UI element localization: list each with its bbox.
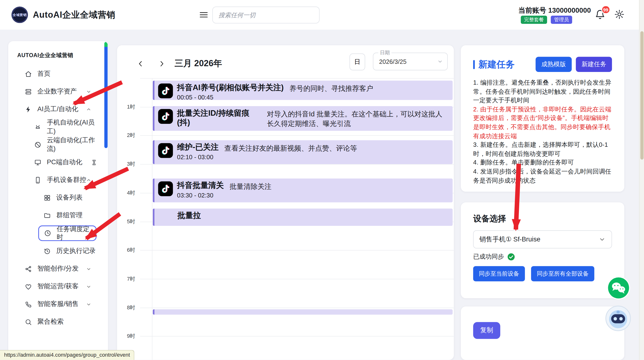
folder-icon (44, 212, 51, 219)
instruction-line: 1. 编排注意。避免任务重叠，否则执行时会发生异常。任务会在手机时间到达时触发，… (473, 78, 612, 105)
sidebar-item-ai-staff[interactable]: AI员工/自动化 (8, 100, 108, 118)
instruction-line: 2. 由于任务属于预设性，非即时任务。因此在云端更改编排后，需要点击“同步设备”… (473, 105, 612, 140)
account-badges: 完整套餐 管理员 (521, 16, 572, 24)
sidebar-item-group-manage[interactable]: 群组管理 (8, 207, 108, 224)
robot-icon (605, 305, 631, 331)
scrollbar-thumb[interactable] (640, 31, 644, 160)
hour-label: 2时 (127, 132, 135, 139)
tiktok-icon (158, 182, 173, 196)
instruction-line: 4. 删除任务。单击要删除的任务即可 (473, 158, 612, 167)
hour-label: 6时 (127, 246, 135, 254)
wechat-icon (606, 276, 630, 300)
menu-toggle-icon[interactable] (198, 10, 209, 20)
sidebar-item-cloud-automation[interactable]: 云端自动化(工作流) (8, 136, 108, 153)
instruction-line: 4. 发送同步指令后，设备会延迟一会儿时间回调任务是否同步成功的状态 (473, 167, 612, 185)
hourglass-icon (91, 159, 98, 166)
heart-icon (24, 283, 32, 290)
sidebar-item-label: 任务调度定时 (56, 225, 96, 241)
sidebar-item-label: AI员工/自动化 (38, 105, 78, 113)
chevron-down-icon (86, 283, 92, 289)
notification-count-badge: 99 (601, 5, 610, 14)
instruction-line: 3. 新建任务。点击新建，选择脚本即可，默认0-1时，时间在创建后拖动变更即可 (473, 140, 612, 158)
logo-text: 全域营销 (13, 13, 27, 17)
title-accent-bar (473, 60, 475, 69)
global-search-input[interactable] (212, 7, 320, 24)
sidebar-item-aggregate-search[interactable]: 聚合检索 (8, 313, 108, 331)
event-title: 维护-已关注 (177, 142, 219, 152)
event-title: 批量拉 (177, 211, 201, 220)
event-time: 00:05 - 00:45 (177, 94, 284, 100)
hour-label: 1时 (127, 103, 135, 110)
sidebar-item-smart-service[interactable]: 智能客服/销售 (8, 295, 108, 313)
sidebar-item-label: 设备列表 (56, 193, 82, 202)
calendar-event[interactable] (153, 309, 452, 315)
sidebar-scrollbar[interactable] (104, 42, 108, 148)
sidebar-item-digital-assets[interactable]: 企业数字资产 (8, 83, 108, 100)
chevron-down-icon (86, 266, 92, 272)
calendar-event[interactable]: 维护-已关注02:10 - 03:00查看关注好友的最新视频、并点赞、评论等 (153, 140, 452, 164)
event-time: 03:30 - 02:30 (177, 192, 224, 199)
event-title: 抖音AI养号(刷相似账号并关注) (177, 83, 284, 92)
bolt-icon (24, 105, 32, 113)
page-scrollbar[interactable] (639, 0, 644, 360)
layers-icon (24, 88, 32, 95)
wechat-float-button[interactable] (606, 276, 630, 300)
notifications-bell-icon[interactable]: 99 (595, 9, 606, 20)
assistant-robot-button[interactable] (605, 305, 631, 331)
hour-label: 9时 (127, 332, 135, 340)
tiktok-icon (158, 143, 173, 158)
calendar-event[interactable]: 批量拉 (153, 209, 452, 226)
sidebar-item-pc-automation[interactable]: PC端自动化 (8, 153, 108, 171)
search-icon (24, 318, 32, 326)
sidebar-item-home[interactable]: 首页 (8, 65, 108, 83)
sidebar-item-label: 首页 (38, 70, 50, 78)
sidebar-title: AUTOAI企业全域营销 (8, 41, 108, 65)
event-title: 抖音批量清关 (177, 181, 224, 190)
copy-button[interactable]: 复制 (473, 322, 500, 339)
event-title: 批量关注ID/持续留痕(抖) (177, 108, 261, 127)
new-task-button[interactable]: 新建任务 (576, 57, 612, 72)
device-select-dropdown[interactable]: 销售手机① Sf-Bruise (473, 230, 612, 249)
sidebar-item-device-list[interactable]: 设备列表 (8, 189, 108, 207)
monitor-icon (34, 158, 42, 166)
chevron-up-icon (86, 177, 92, 183)
sidebar-item-device-group-control[interactable]: 手机设备群控 (8, 171, 108, 189)
sidebar-item-label: 手机自动化(AI员工) (47, 119, 99, 135)
sidebar-item-label: 群组管理 (56, 211, 82, 220)
tiktok-icon (158, 109, 173, 124)
sidebar-item-label: 企业数字资产 (38, 87, 77, 96)
sidebar-menu: 首页企业数字资产AI员工/自动化手机自动化(AI员工)云端自动化(工作流)PC端… (8, 65, 108, 331)
hour-label: 8时 (127, 304, 135, 311)
sidebar-item-label: PC端自动化 (47, 158, 82, 166)
panel-title: 新建任务 (473, 58, 531, 71)
sidebar-item-label: 手机设备群控 (47, 176, 86, 184)
tiktok-icon (158, 83, 173, 98)
sidebar-item-task-schedule[interactable]: 任务调度定时 (38, 225, 96, 241)
calendar-prev-button[interactable] (134, 57, 148, 71)
event-description: 查看关注好友的最新视频、并点赞、评论等 (224, 142, 448, 153)
plan-badge: 完整套餐 (521, 16, 547, 24)
device-select-value: 销售手机① Sf-Bruise (479, 235, 540, 244)
calendar-event[interactable]: 批量关注ID/持续留痕(抖)对导入的抖音Id 批量关注。在这个基础上，可以对这批… (153, 106, 452, 131)
sidebar-item-label: 智能创作/分发 (38, 265, 79, 273)
app-root: 全域营销 AutoAI企业全域营销 当前账号 13000000000 完整套餐 … (0, 0, 644, 360)
sync-current-device-button[interactable]: 同步至当前设备 (473, 266, 525, 281)
role-badge: 管理员 (551, 16, 572, 24)
android-icon (34, 123, 42, 130)
hour-label: 7时 (127, 275, 135, 283)
chevron-down-icon (598, 236, 606, 243)
template-button[interactable]: 成熟模版 (536, 57, 572, 72)
sidebar-item-smart-create[interactable]: 智能创作/分发 (8, 260, 108, 278)
sync-all-devices-button[interactable]: 同步至所有全部设备 (531, 266, 594, 281)
instructions-text: 1. 编排注意。避免任务重叠，否则执行时会发生异常。任务会在手机时间到达时触发，… (473, 78, 612, 185)
share-icon (24, 265, 32, 273)
sidebar-item-label: 智能客服/销售 (38, 300, 79, 308)
sidebar-item-history-records[interactable]: 历史执行记录 (8, 242, 108, 260)
calendar-event[interactable]: 抖音AI养号(刷相似账号并关注)00:05 - 00:45养号的同时、寻找推荐客… (153, 81, 452, 100)
settings-gear-icon[interactable] (614, 9, 625, 20)
home-icon (24, 70, 32, 77)
calendar-event[interactable]: 抖音批量清关03:30 - 02:30批量清除关注 (153, 178, 452, 203)
sidebar-item-phone-automation[interactable]: 手机自动化(AI员工) (8, 118, 108, 136)
sidebar-item-smart-operate[interactable]: 智能运营/获客 (8, 278, 108, 295)
chevron-down-icon (86, 301, 92, 307)
